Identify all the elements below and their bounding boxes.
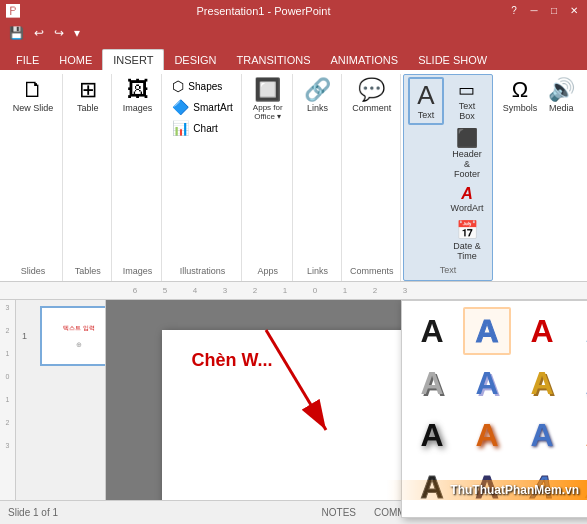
wordart-style-blueoutline[interactable]: A <box>463 463 511 511</box>
slide-canvas-text: Chèn W... <box>192 350 273 371</box>
text-group-label: Text <box>440 265 457 278</box>
wordart-style-blue3d[interactable]: A <box>463 359 511 407</box>
header-footer-button[interactable]: ⬛ Header& Footer <box>446 125 488 181</box>
datetime-icon: 📅 <box>456 219 478 241</box>
text-icon: A <box>417 82 434 108</box>
header-footer-label: Header& Footer <box>450 149 484 179</box>
slide-canvas-area[interactable]: Chèn W... A A A A A A A A A A A A A A <box>106 300 587 524</box>
wordart-icon: A <box>461 185 473 203</box>
apps-label: Apps forOffice ▾ <box>253 103 283 121</box>
apps-group-label: Apps <box>257 266 278 279</box>
redo-button[interactable]: ↪ <box>51 25 67 41</box>
wordart-style-plain-black[interactable]: A <box>408 307 456 355</box>
notes-button[interactable]: NOTES <box>318 506 360 519</box>
wordart-style-red[interactable]: A <box>518 307 566 355</box>
textbox-icon: ▭ <box>458 79 475 101</box>
wordart-style-grid: A A A A A A A A A A A A A A A A A A <box>408 307 587 511</box>
table-label: Table <box>77 103 99 113</box>
links-label: Links <box>307 103 328 113</box>
wordart-style-gold3d[interactable]: A <box>518 359 566 407</box>
chart-label: Chart <box>193 123 217 134</box>
wordart-style-bluesketch[interactable]: A <box>518 463 566 511</box>
title-bar-controls: ? ─ □ ✕ <box>507 4 581 18</box>
quick-access-toolbar: 💾 ↩ ↪ ▾ <box>0 22 587 44</box>
tab-design[interactable]: DESIGN <box>164 50 226 70</box>
media-button[interactable]: 🔊 Media <box>543 76 579 116</box>
tab-insert[interactable]: INSERT <box>102 49 164 70</box>
ribbon-group-links: 🔗 Links Links <box>295 74 342 281</box>
shapes-button[interactable]: ⬡ Shapes <box>168 76 236 96</box>
app-icon: 🅿 <box>6 3 20 19</box>
minimize-button[interactable]: ─ <box>527 4 541 18</box>
images-label: Images <box>123 103 153 113</box>
wordart-style-gray3d[interactable]: A <box>408 359 456 407</box>
wordart-style-bluegrad[interactable]: A <box>518 411 566 459</box>
ruler-mark: 4 <box>180 286 210 295</box>
links-icon: 🔗 <box>304 79 331 101</box>
comment-button[interactable]: 💬 Comment <box>348 76 395 116</box>
ruler-mark: 6 <box>120 286 150 295</box>
links-button[interactable]: 🔗 Links <box>300 76 336 116</box>
ribbon-group-text: A Text ▭ Text Box ⬛ Header& Footer A Wor… <box>403 74 493 281</box>
slide-number: 1 <box>22 331 27 341</box>
ruler-mark: 0 <box>300 286 330 295</box>
text-subitems: ▭ Text Box ⬛ Header& Footer A WordArt 📅 … <box>446 77 488 263</box>
close-button[interactable]: ✕ <box>567 4 581 18</box>
textbox-label: Text Box <box>450 101 484 121</box>
tab-slideshow[interactable]: SLIDE SHOW <box>408 50 497 70</box>
shapes-icon: ⬡ <box>172 78 184 94</box>
datetime-button[interactable]: 📅 Date &Time <box>446 217 488 263</box>
tables-group-label: Tables <box>75 266 101 279</box>
window-title: Presentation1 - PowerPoint <box>20 5 507 17</box>
new-slide-label: New Slide <box>13 103 54 113</box>
apps-button[interactable]: 🔲 Apps forOffice ▾ <box>249 76 287 124</box>
images-group-label: Images <box>123 266 153 279</box>
undo-button[interactable]: ↩ <box>31 25 47 41</box>
media-icon: 🔊 <box>548 79 575 101</box>
textbox-button[interactable]: ▭ Text Box <box>446 77 488 123</box>
wordart-style-outlined-blue[interactable]: A <box>463 307 511 355</box>
wordart-style-blue3d2[interactable]: A <box>573 359 587 407</box>
wordart-style-orangebold[interactable]: A <box>463 411 511 459</box>
ruler-mark: 3 <box>390 286 420 295</box>
maximize-button[interactable]: □ <box>547 4 561 18</box>
ribbon-group-apps: 🔲 Apps forOffice ▾ Apps <box>244 74 293 281</box>
ruler-mark: 1 <box>270 286 300 295</box>
tab-animations[interactable]: ANIMATIONS <box>321 50 409 70</box>
wordart-style-blackbold[interactable]: A <box>408 411 456 459</box>
vertical-ruler: 3210123 <box>0 300 16 524</box>
symbols-button[interactable]: Ω Symbols <box>499 76 542 116</box>
smartart-icon: 🔷 <box>172 99 189 115</box>
tab-file[interactable]: FILE <box>6 50 49 70</box>
wordart-style-lightblue[interactable]: A <box>573 307 587 355</box>
tab-home[interactable]: HOME <box>49 50 102 70</box>
new-slide-button[interactable]: 🗋 New Slide <box>9 76 58 116</box>
chart-button[interactable]: 📊 Chart <box>168 118 236 138</box>
customize-qat-button[interactable]: ▾ <box>71 25 83 41</box>
wordart-style-graysketch[interactable]: A <box>573 463 587 511</box>
ribbon-group-symbols: Ω Symbols 🔊 Media <box>495 74 583 281</box>
help-button[interactable]: ? <box>507 4 521 18</box>
ribbon-group-illustrations: ⬡ Shapes 🔷 SmartArt 📊 Chart Illustration… <box>164 74 242 281</box>
ribbon-tab-bar: FILE HOME INSERT DESIGN TRANSITIONS ANIM… <box>0 44 587 70</box>
ribbon-group-comments: 💬 Comment Comments <box>344 74 401 281</box>
smartart-button[interactable]: 🔷 SmartArt <box>168 97 236 117</box>
comment-label: Comment <box>352 103 391 113</box>
text-label: Text <box>418 110 435 120</box>
tab-transitions[interactable]: TRANSITIONS <box>227 50 321 70</box>
save-button[interactable]: 💾 <box>6 25 27 41</box>
images-button[interactable]: 🖼 Images <box>119 76 157 116</box>
slide-panel: 1 텍스트 입력 ⊕ <box>16 300 106 524</box>
wordart-button[interactable]: A WordArt <box>446 183 488 215</box>
text-button[interactable]: A Text <box>408 77 444 125</box>
ruler-mark: 2 <box>360 286 390 295</box>
wordart-style-orange3d2[interactable]: A <box>573 411 587 459</box>
slide-thumbnail[interactable]: 텍스트 입력 ⊕ <box>40 306 106 366</box>
comment-icon: 💬 <box>358 79 385 101</box>
apps-icon: 🔲 <box>254 79 281 101</box>
images-icon: 🖼 <box>127 79 149 101</box>
symbols-label: Symbols <box>503 103 538 113</box>
wordart-style-blackoutline[interactable]: A <box>408 463 456 511</box>
table-icon: ⊞ <box>79 79 97 101</box>
table-button[interactable]: ⊞ Table <box>70 76 106 116</box>
